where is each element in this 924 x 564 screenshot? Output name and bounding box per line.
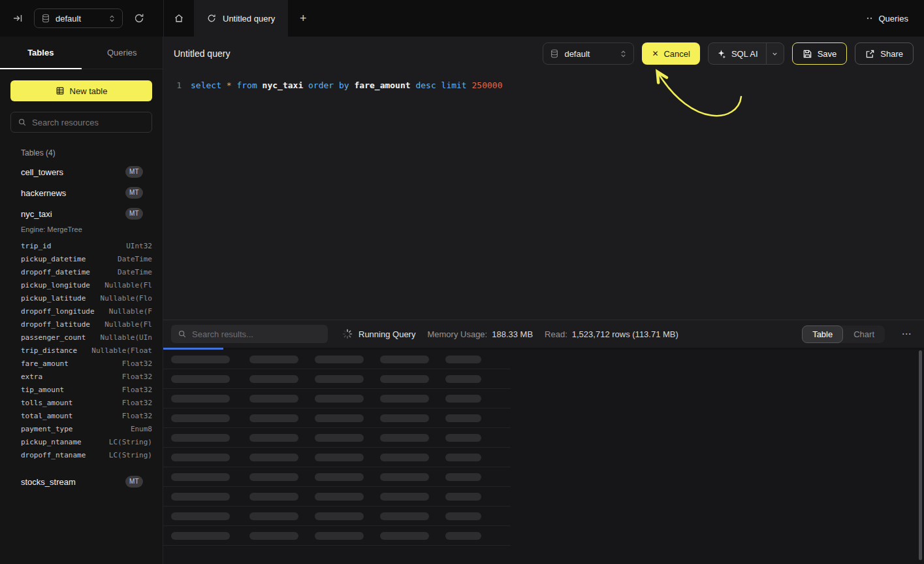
skeleton-cell: [445, 356, 481, 363]
column-row: extraFloat32: [21, 371, 152, 384]
column-name: payment_type: [21, 423, 72, 436]
skeleton-cell: [171, 532, 230, 540]
skeleton-cell: [445, 532, 481, 540]
column-name: tip_amount: [21, 384, 64, 397]
skeleton-row: [163, 467, 511, 487]
skeleton-cell: [249, 493, 298, 501]
view-toggle-table[interactable]: Table: [802, 325, 843, 343]
skeleton-row: [163, 428, 511, 448]
code-line[interactable]: select * from nyc_taxi order by fare_amo…: [182, 79, 503, 320]
column-type: UInt32: [126, 240, 152, 253]
skeleton-cell: [315, 473, 364, 481]
table-row[interactable]: stocks_streamMT: [0, 471, 163, 492]
sidebar-tab-tables[interactable]: Tables: [0, 37, 82, 69]
code-token: [221, 80, 227, 90]
refresh-icon: [134, 13, 144, 24]
skeleton-cell: [380, 532, 429, 540]
share-label: Share: [880, 49, 903, 59]
column-type: LC(String): [109, 436, 152, 449]
sidebar-collapse-button[interactable]: [8, 8, 27, 28]
column-type: DateTime: [118, 253, 152, 266]
skeleton-cell: [171, 434, 230, 442]
queries-button[interactable]: Queries: [866, 14, 908, 24]
view-toggle-chart[interactable]: Chart: [843, 325, 885, 343]
queries-label: Queries: [878, 14, 908, 24]
column-name: pickup_longitude: [21, 279, 90, 292]
sql-ai-button[interactable]: SQL AI: [709, 43, 766, 64]
skeleton-cell: [380, 395, 429, 403]
skeleton-row: [163, 526, 511, 546]
skeleton-cell: [315, 414, 364, 422]
updown-chevron-icon: [620, 50, 627, 58]
query-database-selector[interactable]: default: [543, 42, 634, 65]
table-grid-icon: [56, 86, 65, 95]
sql-ai-dropdown-button[interactable]: [766, 43, 784, 64]
table-name: cell_towers: [21, 167, 63, 177]
memory-usage-value: 188.33 MB: [492, 329, 533, 339]
column-type: Float32: [122, 410, 152, 423]
search-results-input[interactable]: [192, 329, 321, 339]
new-tab-button[interactable]: +: [288, 0, 318, 37]
sidebar-tab-queries[interactable]: Queries: [82, 37, 163, 69]
code-token: *: [227, 80, 232, 90]
read-metric: Read: 1,523,712 rows (113.71 MB): [545, 329, 678, 339]
skeleton-cell: [380, 414, 429, 422]
code-token: desc: [415, 80, 436, 90]
column-type: DateTime: [118, 266, 152, 279]
cancel-button[interactable]: ✕ Cancel: [642, 42, 700, 65]
results-scrollbar[interactable]: [919, 350, 922, 560]
code-token: select: [191, 80, 221, 90]
tables-section-label: Tables (4): [21, 148, 152, 158]
chevron-down-icon: [771, 50, 778, 58]
skeleton-cell: [445, 395, 481, 403]
skeleton-cell: [249, 512, 298, 520]
tab-label: Untitled query: [223, 14, 275, 24]
new-table-button[interactable]: New table: [10, 80, 152, 101]
tab-untitled-query[interactable]: Untitled query: [194, 0, 288, 37]
column-name: pickup_latitude: [21, 292, 86, 305]
skeleton-row: [163, 350, 511, 369]
column-name: total_amount: [21, 410, 72, 423]
query-status: Running Query: [358, 329, 415, 339]
skeleton-cell: [315, 356, 364, 363]
column-row: dropoff_longitudeNullable(F: [21, 305, 152, 318]
skeleton-cell: [380, 375, 429, 383]
skeleton-cell: [249, 375, 298, 383]
table-row[interactable]: nyc_taxiMT: [0, 203, 163, 224]
app-window: default Untitled query: [0, 0, 924, 564]
refresh-button[interactable]: [129, 8, 149, 28]
column-type: Nullable(Float: [91, 344, 152, 357]
column-row: trip_distanceNullable(Float: [21, 344, 152, 357]
skeleton-cell: [315, 375, 364, 383]
skeleton-cell: [171, 493, 230, 501]
tab-strip: Untitled query +: [163, 0, 318, 37]
skeleton-row: [163, 389, 511, 408]
skeleton-cell: [171, 414, 230, 422]
column-row: tolls_amountFloat32: [21, 397, 152, 410]
table-row[interactable]: cell_towersMT: [0, 161, 163, 182]
share-button[interactable]: Share: [855, 42, 914, 65]
column-row: fare_amountFloat32: [21, 357, 152, 371]
column-name: fare_amount: [21, 357, 69, 371]
search-resources-input[interactable]: [32, 118, 145, 127]
save-button[interactable]: Save: [792, 42, 848, 65]
column-row: total_amountFloat32: [21, 410, 152, 423]
skeleton-cell: [249, 454, 298, 461]
sql-editor[interactable]: 1 select * from nyc_taxi order by fare_a…: [163, 71, 924, 320]
read-value: 1,523,712 rows (113.71 MB): [572, 329, 678, 339]
table-row[interactable]: hackernewsMT: [0, 182, 163, 203]
results-skeleton: [163, 350, 511, 564]
collapse-sidebar-icon: [12, 13, 23, 24]
query-workspace: Untitled query default ✕ Cancel: [163, 37, 924, 564]
share-icon: [865, 49, 875, 59]
code-token: [467, 80, 472, 90]
topbar-database-selector[interactable]: default: [34, 8, 123, 28]
column-type: Float32: [122, 397, 152, 410]
column-type: Nullable(Fl: [104, 318, 152, 331]
results-menu-button[interactable]: ⋯: [897, 324, 916, 344]
progress-track: [163, 348, 924, 350]
column-type: Nullable(Fl: [104, 279, 152, 292]
database-icon: [41, 14, 50, 23]
memory-usage-metric: Memory Usage: 188.33 MB: [427, 329, 533, 339]
home-tab-button[interactable]: [164, 0, 194, 37]
